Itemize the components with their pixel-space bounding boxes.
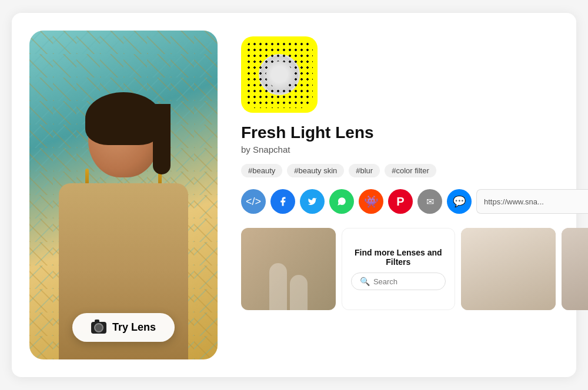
lens-author: by Snapchat [241, 144, 588, 154]
try-lens-button[interactable]: Try Lens [72, 313, 175, 342]
thumb-1 [241, 228, 336, 310]
tag-color-filter[interactable]: #color filter [385, 164, 436, 177]
search-icon: 🔍 [360, 277, 370, 286]
thumb-find-more: Find more Lenses and Filters 🔍 [342, 228, 455, 310]
messenger-icon[interactable]: 💬 [447, 189, 472, 214]
lens-preview: Try Lens [29, 31, 218, 359]
thumb-3 [461, 228, 556, 310]
facebook-icon[interactable] [270, 189, 295, 214]
thumb-4 [562, 228, 588, 310]
find-more-title: Find more Lenses and Filters [351, 248, 446, 267]
share-row: </> 👾 P ✉ 💬 Copy Link [241, 189, 588, 214]
whatsapp-icon[interactable] [329, 189, 354, 214]
lens-title: Fresh Light Lens [241, 123, 588, 142]
left-panel: Try Lens [29, 31, 218, 359]
embed-icon[interactable]: </> [241, 189, 266, 214]
reddit-icon[interactable]: 👾 [359, 189, 383, 214]
tag-blur[interactable]: #blur [349, 164, 380, 177]
tags-container: #beauty #beauty skin #blur #color filter [241, 164, 588, 177]
try-lens-label: Try Lens [112, 321, 156, 334]
thumb-people-1 [241, 228, 336, 310]
camera-icon [91, 322, 106, 334]
link-input[interactable] [476, 189, 588, 214]
copy-link-group: Copy Link [476, 189, 588, 214]
hair [85, 92, 162, 145]
search-box[interactable]: 🔍 [351, 273, 446, 290]
thumbnail-row: Find more Lenses and Filters 🔍 [241, 228, 588, 310]
tag-beauty[interactable]: #beauty [241, 164, 282, 177]
main-container: Try Lens Fresh Light Lens by Snapchat #b… [12, 13, 576, 377]
twitter-icon[interactable] [300, 189, 325, 214]
email-icon[interactable]: ✉ [417, 189, 442, 214]
right-panel: Fresh Light Lens by Snapchat #beauty #be… [241, 31, 588, 359]
mini-person-2 [290, 275, 308, 310]
pinterest-icon[interactable]: P [388, 189, 413, 214]
snapcode [241, 36, 318, 113]
search-input[interactable] [373, 277, 437, 286]
snapcode-dots [246, 41, 313, 108]
tag-beauty-skin[interactable]: #beauty skin [287, 164, 344, 177]
mini-person-1 [269, 263, 287, 310]
